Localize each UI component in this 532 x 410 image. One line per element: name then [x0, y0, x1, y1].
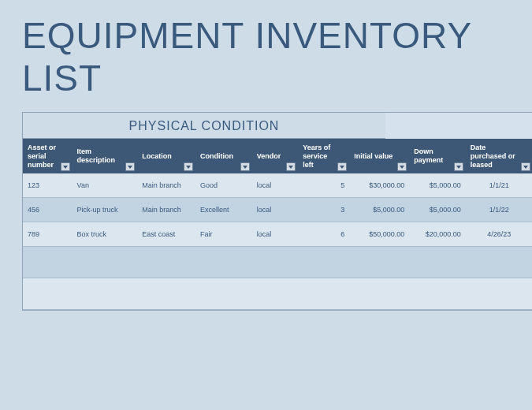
cell-init: $30,000.00	[349, 173, 409, 198]
cell-desc: Box truck	[73, 222, 138, 247]
filter-icon[interactable]	[240, 162, 250, 171]
cell-loc: East coast	[137, 222, 195, 247]
cell-asset: 123	[23, 173, 73, 198]
col-desc-label: Item description	[77, 147, 116, 164]
filter-icon[interactable]	[61, 162, 70, 171]
filter-icon[interactable]	[337, 162, 347, 171]
col-years-left[interactable]: Years of service left	[298, 139, 349, 173]
cell-yrs: 3	[298, 198, 349, 222]
col-vendor[interactable]: Vendor	[252, 139, 299, 173]
cell-vend: local	[252, 222, 299, 247]
cell-vend: local	[252, 173, 299, 198]
table-row-empty	[23, 247, 532, 278]
cell-init: $5,000.00	[349, 198, 409, 222]
col-loc-label: Location	[142, 152, 172, 160]
col-condition[interactable]: Condition	[195, 139, 252, 173]
cell-down: $20,000.00	[409, 222, 466, 247]
filter-icon[interactable]	[397, 162, 407, 171]
cell-date: 4/26/23	[466, 222, 532, 247]
cell-cond: Fair	[195, 222, 252, 247]
cell-cond: Good	[195, 173, 252, 198]
section-header-physical-condition: PHYSICAL CONDITION	[23, 113, 385, 139]
cell-desc: Van	[73, 173, 138, 198]
col-date-purchased[interactable]: Date purchased or leased	[466, 139, 532, 173]
col-cond-label: Condition	[200, 152, 233, 160]
table-row: 456 Pick-up truck Main branch Excellent …	[23, 198, 532, 222]
col-location[interactable]: Location	[137, 139, 195, 173]
col-vend-label: Vendor	[257, 152, 281, 160]
col-down-label: Down payment	[414, 147, 443, 164]
cell-yrs: 6	[298, 222, 349, 247]
cell-init: $50,000.00	[349, 222, 409, 247]
page-title: EQUIPMENT INVENTORY LIST	[0, 0, 532, 112]
cell-vend: local	[252, 198, 299, 222]
table-row-empty	[23, 278, 532, 310]
cell-date: 1/1/22	[466, 198, 532, 222]
inventory-table-container: PHYSICAL CONDITION Asset or serial numbe…	[22, 112, 532, 311]
cell-asset: 789	[23, 222, 73, 247]
table-row: 789 Box truck East coast Fair local 6 $5…	[23, 222, 532, 247]
cell-cond: Excellent	[195, 198, 252, 222]
col-yrs-label: Years of service left	[303, 144, 330, 169]
filter-icon[interactable]	[286, 162, 296, 171]
table-header-row: Asset or serial number Item description …	[23, 139, 532, 173]
col-desc[interactable]: Item description	[73, 139, 138, 173]
col-asset-label: Asset or serial number	[28, 144, 56, 169]
table-body: 123 Van Main branch Good local 5 $30,000…	[23, 173, 532, 310]
cell-down: $5,000.00	[409, 173, 466, 198]
col-init-label: Initial value	[354, 152, 392, 160]
col-down-payment[interactable]: Down payment	[409, 139, 466, 173]
cell-down: $5,000.00	[409, 198, 466, 222]
table-row: 123 Van Main branch Good local 5 $30,000…	[23, 173, 532, 198]
cell-desc: Pick-up truck	[73, 198, 138, 222]
filter-icon[interactable]	[454, 162, 463, 171]
cell-loc: Main branch	[137, 173, 195, 198]
col-initial-value[interactable]: Initial value	[349, 139, 409, 173]
cell-loc: Main branch	[137, 198, 195, 222]
inventory-table: Asset or serial number Item description …	[23, 139, 532, 310]
filter-icon[interactable]	[125, 162, 135, 171]
col-asset[interactable]: Asset or serial number	[23, 139, 73, 173]
cell-yrs: 5	[298, 173, 349, 198]
filter-icon[interactable]	[184, 162, 193, 171]
col-date-label: Date purchased or leased	[471, 144, 515, 169]
filter-icon[interactable]	[521, 162, 530, 171]
cell-date: 1/1/21	[466, 173, 532, 198]
cell-asset: 456	[23, 198, 73, 222]
